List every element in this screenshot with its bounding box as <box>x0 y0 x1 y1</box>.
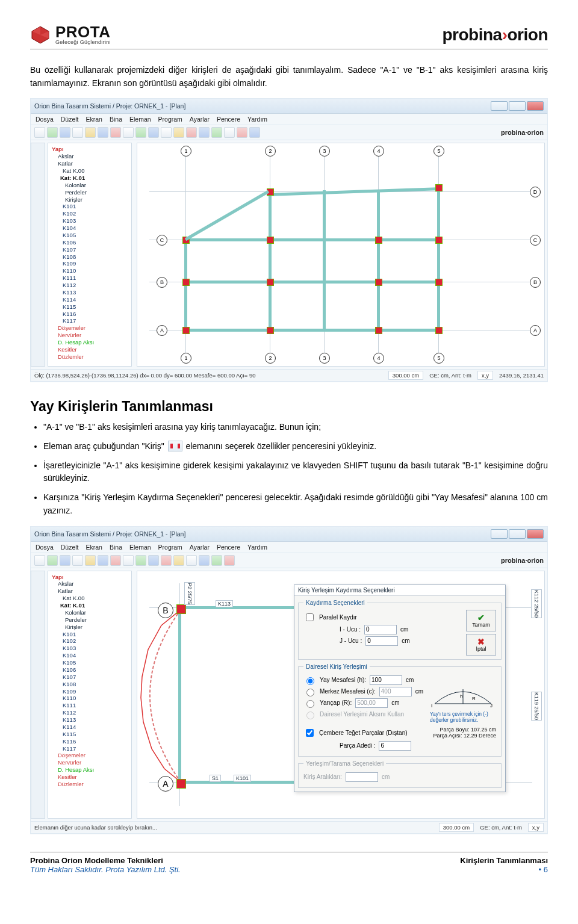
menu-item[interactable]: Pencere <box>217 116 240 123</box>
cancel-button[interactable]: ✖İptal <box>466 634 496 656</box>
arc-diagram-icon: I J h R <box>430 674 496 710</box>
model-tree[interactable]: Yapı Akslar Katlar Kat K.00 Kat: K.01 Ko… <box>48 143 132 367</box>
menubar: Dosya Düzelt Ekran Bina Eleman Program A… <box>31 114 547 125</box>
tool-icon[interactable] <box>47 555 58 566</box>
svg-text:I: I <box>431 703 432 709</box>
column-icon[interactable] <box>176 604 186 614</box>
tool-icon[interactable] <box>72 555 83 566</box>
max-icon[interactable] <box>509 529 526 539</box>
tag: K119 25/50 <box>531 692 542 721</box>
tool-icon[interactable] <box>161 555 172 566</box>
tool-icon[interactable] <box>148 127 159 138</box>
menu-item[interactable]: Eleman <box>129 116 151 123</box>
tool-icon[interactable] <box>173 555 184 566</box>
max-icon[interactable] <box>509 101 526 111</box>
min-icon[interactable] <box>491 529 508 539</box>
yaricap-input[interactable] <box>355 698 388 708</box>
tool-icon[interactable] <box>148 555 159 566</box>
j-ucu-input[interactable] <box>365 636 398 646</box>
tool-icon[interactable] <box>98 127 108 138</box>
tool-icon[interactable] <box>123 555 134 566</box>
i-ucu-input[interactable] <box>364 625 397 634</box>
menu-item[interactable]: Ekran <box>86 544 102 551</box>
ok-button[interactable]: ✔Tamam <box>466 610 496 631</box>
bullet: "A-1" ve "B-1" aks kesişimleri arasına y… <box>43 421 548 434</box>
tool-icon[interactable] <box>34 555 45 566</box>
close-icon[interactable] <box>527 101 544 111</box>
tool-icon[interactable] <box>47 127 58 138</box>
tool-icon[interactable] <box>224 555 235 566</box>
yay-mesafesi-radio[interactable] <box>306 677 314 685</box>
parallel-check[interactable] <box>306 613 314 621</box>
tool-icon[interactable] <box>98 555 108 566</box>
menu-item[interactable]: Ayarlar <box>190 116 210 123</box>
menu-item[interactable]: Yardım <box>247 544 267 551</box>
menu-item[interactable]: Ekran <box>86 116 102 123</box>
tool-icon[interactable] <box>186 127 197 138</box>
status-xy[interactable]: x,y <box>477 371 493 380</box>
menu-item[interactable]: Eleman <box>129 544 151 551</box>
footer-left-title: Probina Orion Modelleme Teknikleri <box>30 856 181 865</box>
model-tree[interactable]: Yapı Akslar Katlar Kat K.00 Kat: K.01 Ko… <box>48 571 132 819</box>
menu-item[interactable]: Program <box>158 544 182 551</box>
close-icon[interactable] <box>527 529 544 539</box>
beam-tool-icon <box>168 441 182 451</box>
tool-icon[interactable] <box>211 127 222 138</box>
status-hint: Elemanın diğer ucuna kadar sürükleyip bı… <box>34 824 157 831</box>
menu-item[interactable]: Yardım <box>247 116 267 123</box>
window-title: Orion Bina Tasarım Sistemi / Proje: ORNE… <box>34 102 185 110</box>
tool-icon[interactable] <box>237 127 247 138</box>
tool-icon[interactable] <box>72 127 83 138</box>
menu-item[interactable]: Program <box>158 116 182 123</box>
tool-icon[interactable] <box>199 555 210 566</box>
plan-canvas[interactable]: 1 2 3 4 5 1 2 3 4 5 A B C D A B C <box>137 143 545 367</box>
tool-icon[interactable] <box>173 127 184 138</box>
tool-icon[interactable] <box>85 127 96 138</box>
merkez-mesafesi-radio[interactable] <box>306 689 314 696</box>
min-icon[interactable] <box>491 101 508 111</box>
logo-left-sub: Geleceği Güçlendirini <box>55 40 111 45</box>
status-measure: Ölç: (1736.98,524.26)-(1736.98,1124.26) … <box>34 372 256 379</box>
tool-icon[interactable] <box>135 127 146 138</box>
menu-item[interactable]: Dosya <box>36 116 54 123</box>
tool-icon[interactable] <box>161 127 172 138</box>
tool-icon[interactable] <box>34 127 45 138</box>
tool-icon[interactable] <box>199 127 210 138</box>
tool-icon[interactable] <box>135 555 146 566</box>
yay-mesafesi-input[interactable] <box>370 675 402 685</box>
header-rule <box>30 49 548 49</box>
status-xy[interactable]: x,y <box>528 823 544 832</box>
menu-item[interactable]: Ayarlar <box>190 544 210 551</box>
logo-right: probina›orion <box>443 25 548 45</box>
parca-adedi-input[interactable] <box>379 741 411 751</box>
tool-icon[interactable] <box>85 555 96 566</box>
plan-canvas[interactable]: B A P2 25/75 K113 S1 K101 25/50 <box>137 571 545 819</box>
menu-item[interactable]: Düzelt <box>61 544 79 551</box>
menu-item[interactable]: Bina <box>110 116 122 123</box>
tool-icon[interactable] <box>110 555 121 566</box>
brand-label: probina·orion <box>501 557 544 564</box>
left-tool-strip[interactable] <box>31 143 45 367</box>
menu-item[interactable]: Bina <box>110 544 122 551</box>
menu-item[interactable]: Düzelt <box>61 116 79 123</box>
tool-icon[interactable] <box>110 127 121 138</box>
merkez-mesafesi-input[interactable] <box>379 687 412 696</box>
tool-icon[interactable] <box>224 127 235 138</box>
tool-icon[interactable] <box>60 127 70 138</box>
tool-icon[interactable] <box>60 555 70 566</box>
svg-text:R: R <box>472 696 476 701</box>
page-footer: Probina Orion Modelleme Teknikleri Tüm H… <box>30 856 548 874</box>
tool-icon[interactable] <box>249 127 260 138</box>
column-icon[interactable] <box>176 779 186 789</box>
left-tool-strip[interactable] <box>31 571 45 819</box>
bullet: İşaretleyicinizle "A-1" aks kesişimine g… <box>43 459 548 485</box>
tool-icon[interactable] <box>211 555 222 566</box>
tool-icon[interactable] <box>123 127 134 138</box>
menu-item[interactable]: Pencere <box>217 544 240 551</box>
tool-icon[interactable] <box>186 555 197 566</box>
yaricap-radio[interactable] <box>306 700 314 708</box>
tangent-check[interactable] <box>306 729 314 737</box>
gap-input <box>346 772 378 782</box>
prota-mark-icon <box>30 25 51 45</box>
menu-item[interactable]: Dosya <box>36 544 54 551</box>
